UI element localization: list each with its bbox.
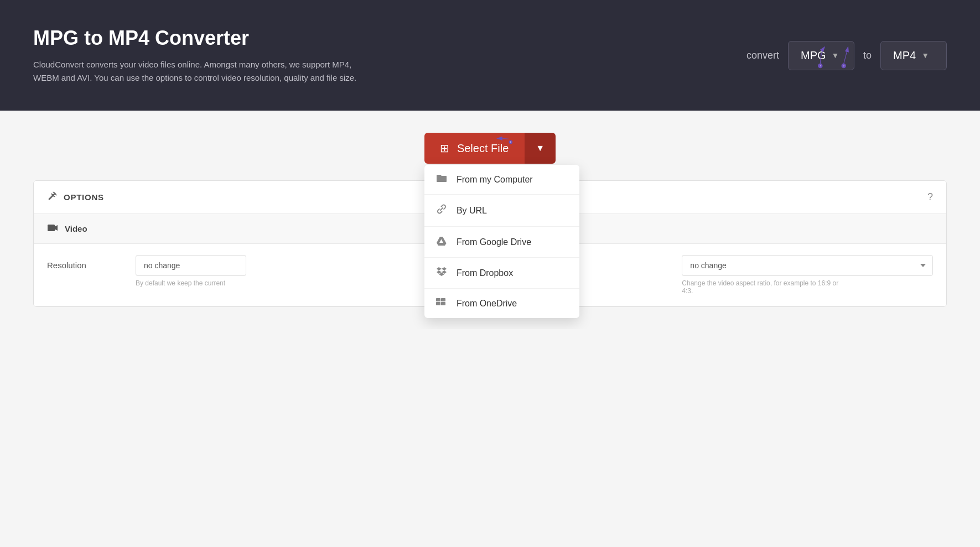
computer-icon [435,174,448,185]
header-left: MPG to MP4 Converter CloudConvert conver… [33,26,376,84]
main-content: ⊞ Select File ▼ From my Computer [0,111,980,329]
to-format-label: MP4 [893,49,916,62]
aspect-ratio-group: no change 16:9 4:3 1:1 Change the video … [682,255,933,295]
dropdown-item-google-drive[interactable]: From Google Drive [424,227,579,258]
resolution-input-group: By default we keep the current [136,255,387,287]
select-file-combined: ⊞ Select File ▼ [424,133,556,164]
google-drive-icon [435,236,448,248]
svg-rect-7 [436,302,440,305]
onedrive-icon [435,298,448,309]
resolution-hint: By default we keep the current [136,279,387,287]
select-file-wrapper: ⊞ Select File ▼ From my Computer [424,133,556,164]
onedrive-label: From OneDrive [457,299,517,309]
select-file-container: ⊞ Select File ▼ From my Computer [33,133,947,164]
aspect-hint: Change the video aspect ratio, for examp… [682,279,848,295]
header: MPG to MP4 Converter CloudConvert conver… [0,0,980,111]
video-icon [47,223,58,235]
to-label: to [863,50,872,61]
file-add-icon: ⊞ [440,142,449,155]
svg-rect-6 [436,298,440,301]
computer-label: From my Computer [457,175,533,185]
dropdown-item-dropbox[interactable]: From Dropbox [424,258,579,289]
video-label: Video [65,224,87,233]
url-label: By URL [457,206,487,216]
resolution-input[interactable] [136,255,246,276]
select-file-button[interactable]: ⊞ Select File [424,133,524,164]
svg-rect-9 [441,302,445,305]
svg-rect-8 [441,298,445,301]
dropdown-item-url[interactable]: By URL [424,195,579,227]
help-icon[interactable]: ? [927,191,933,203]
wrench-icon [47,191,57,204]
link-icon [435,204,448,217]
header-description: CloudConvert converts your video files o… [33,58,376,85]
to-format-chevron: ▼ [921,51,929,60]
dropdown-item-onedrive[interactable]: From OneDrive [424,289,579,318]
select-file-chevron: ▼ [536,143,545,153]
options-title: OPTIONS [64,192,104,202]
converter-controls: convert MPG ▼ to MP4 ▼ [746,41,947,70]
convert-label: convert [746,50,779,61]
select-file-label: Select File [457,142,509,155]
dropbox-icon [435,267,448,279]
to-format-button[interactable]: MP4 ▼ [880,41,947,70]
google-drive-label: From Google Drive [457,237,531,247]
dropdown-menu: From my Computer By URL [424,165,579,318]
from-format-label: MPG [801,49,826,62]
select-file-dropdown-trigger[interactable]: ▼ [524,133,556,164]
svg-rect-13 [48,225,55,231]
dropbox-label: From Dropbox [457,268,513,278]
from-format-button[interactable]: MPG ▼ [788,41,854,70]
resolution-label: Resolution [47,255,113,270]
page-title: MPG to MP4 Converter [33,26,376,50]
dropdown-item-computer[interactable]: From my Computer [424,165,579,195]
aspect-ratio-select[interactable]: no change 16:9 4:3 1:1 [682,255,933,276]
from-format-chevron: ▼ [832,51,839,60]
